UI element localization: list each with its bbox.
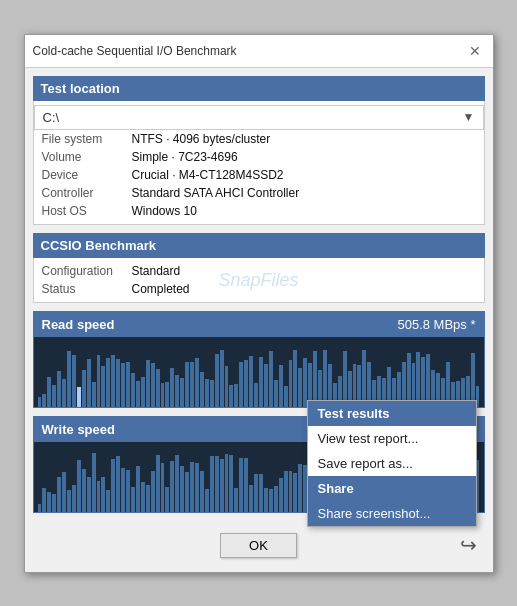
host-os-row: Host OS Windows 10 <box>34 202 484 220</box>
chart-bar <box>72 485 76 511</box>
chart-bar <box>298 464 302 512</box>
chart-bar <box>200 471 204 511</box>
chart-bar <box>106 358 110 407</box>
title-bar: Cold-cache Sequential I/O Benchmark ✕ <box>25 35 493 68</box>
chart-bar <box>126 362 130 406</box>
context-menu-section-test-results: Test results <box>308 401 476 426</box>
host-os-value: Windows 10 <box>132 204 197 218</box>
chart-bar <box>289 360 293 407</box>
write-speed-label: Write speed <box>42 422 115 437</box>
chart-bar <box>97 355 101 407</box>
controller-row: Controller Standard SATA AHCI Controller <box>34 184 484 202</box>
chart-bar <box>175 455 179 512</box>
chart-bar <box>47 377 51 407</box>
close-button[interactable]: ✕ <box>465 41 485 61</box>
ok-button[interactable]: OK <box>220 533 297 558</box>
chart-bar <box>234 384 238 407</box>
volume-value: Simple · 7C23-4696 <box>132 150 238 164</box>
chart-bar <box>254 383 258 406</box>
chart-bar <box>141 482 145 511</box>
controller-value: Standard SATA AHCI Controller <box>132 186 300 200</box>
chart-bar <box>205 379 209 406</box>
chart-bar <box>170 368 174 406</box>
chart-bar <box>156 455 160 512</box>
chart-bar <box>225 366 229 406</box>
context-menu-view-report[interactable]: View test report... <box>308 426 476 451</box>
chart-bar <box>210 456 214 512</box>
drive-dropdown[interactable]: C:\ ▼ <box>34 105 484 130</box>
chart-bar <box>185 362 189 407</box>
chart-bar <box>362 350 366 406</box>
chart-bar <box>101 366 105 407</box>
benchmark-header: CCSIO Benchmark <box>33 233 485 258</box>
test-location-section: C:\ ▼ File system NTFS · 4096 bytes/clus… <box>33 101 485 225</box>
chart-bar <box>225 454 229 512</box>
chart-bar <box>175 375 179 407</box>
host-os-label: Host OS <box>42 204 132 218</box>
chart-bar <box>131 487 135 512</box>
chart-bar <box>293 473 297 512</box>
volume-label: Volume <box>42 150 132 164</box>
context-menu-section-share: Share <box>308 476 476 501</box>
chart-bar <box>190 462 194 512</box>
dropdown-arrow-icon: ▼ <box>463 110 475 124</box>
chart-bar <box>259 357 263 407</box>
chart-bar <box>47 492 51 511</box>
device-row: Device Crucial · M4-CT128M4SSD2 <box>34 166 484 184</box>
chart-bar <box>38 397 42 407</box>
chart-bar <box>343 351 347 407</box>
context-menu-share-screenshot[interactable]: Share screenshot... <box>308 501 476 526</box>
chart-bar <box>220 350 224 406</box>
chart-bar <box>161 463 165 511</box>
controller-label: Controller <box>42 186 132 200</box>
share-icon[interactable]: ↪ <box>460 534 477 556</box>
window-body: Test location C:\ ▼ File system NTFS · 4… <box>25 68 493 572</box>
status-value: Completed <box>132 282 190 296</box>
context-menu: Test results View test report... Save re… <box>307 400 477 527</box>
test-location-header: Test location <box>33 76 485 101</box>
chart-bar <box>298 368 302 406</box>
chart-bar <box>97 481 101 511</box>
chart-bar <box>101 477 105 512</box>
chart-bar <box>293 350 297 406</box>
chart-bar <box>106 490 110 511</box>
chart-bar <box>244 458 248 511</box>
chart-bar <box>279 478 283 512</box>
chart-bar <box>416 352 420 406</box>
chart-bar <box>151 363 155 406</box>
chart-bar <box>239 458 243 511</box>
device-label: Device <box>42 168 132 182</box>
file-system-label: File system <box>42 132 132 146</box>
chart-bar <box>146 360 150 406</box>
chart-bar <box>471 353 475 406</box>
configuration-value: Standard <box>132 264 181 278</box>
chart-bar <box>269 351 273 407</box>
chart-bar <box>62 472 66 511</box>
chart-bar <box>121 468 125 512</box>
chart-bar <box>42 394 46 407</box>
chart-bar <box>52 494 56 511</box>
chart-bar <box>131 373 135 407</box>
chart-bar <box>195 463 199 512</box>
chart-bar <box>42 488 46 512</box>
status-row: Status Completed <box>34 280 484 298</box>
chart-bar <box>229 455 233 511</box>
chart-bar <box>136 466 140 511</box>
chart-bar <box>77 460 81 511</box>
chart-bar <box>180 378 184 407</box>
context-menu-wrapper: Test results View test report... Save re… <box>460 533 477 557</box>
chart-bar <box>426 354 430 407</box>
chart-bar <box>180 466 184 511</box>
chart-bar <box>215 456 219 512</box>
configuration-row: Configuration Standard <box>34 262 484 280</box>
benchmark-section: Configuration Standard Status Completed … <box>33 258 485 303</box>
chart-bar <box>72 355 76 407</box>
context-menu-save-report[interactable]: Save report as... <box>308 451 476 476</box>
chart-bar <box>141 377 145 406</box>
footer-bar: OK Test results View test report... Save… <box>33 525 485 564</box>
chart-bar <box>92 453 96 511</box>
chart-bar <box>210 380 214 407</box>
read-speed-chart <box>34 337 484 407</box>
chart-bar <box>313 351 317 407</box>
chart-bar <box>274 380 278 407</box>
